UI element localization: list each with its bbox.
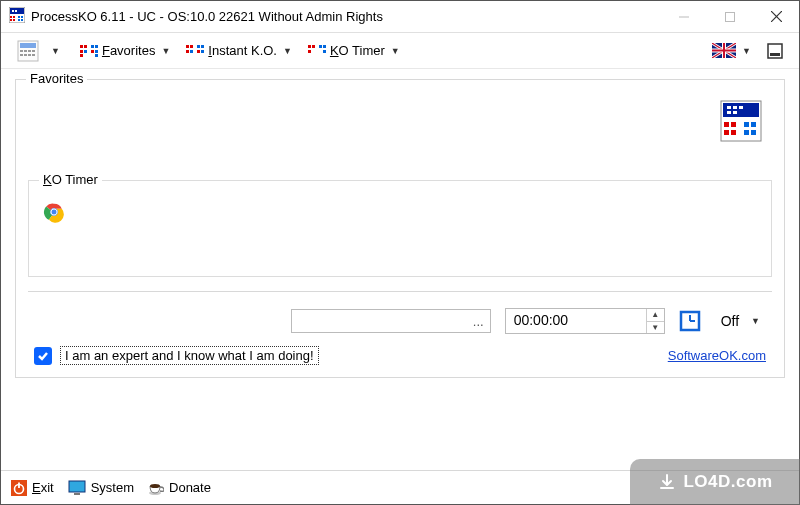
maximize-button[interactable]: [707, 1, 753, 33]
chrome-icon[interactable]: [43, 201, 761, 226]
svg-rect-4: [10, 16, 12, 18]
language-button[interactable]: ▼: [706, 39, 757, 62]
ko-icon: [308, 45, 326, 57]
exit-button[interactable]: Exit: [11, 480, 54, 496]
svg-rect-31: [84, 50, 87, 53]
svg-rect-35: [95, 54, 98, 57]
svg-rect-40: [186, 50, 189, 53]
app-icon: [9, 7, 25, 26]
svg-rect-18: [20, 50, 23, 52]
chevron-down-icon[interactable]: ▼: [51, 46, 60, 56]
svg-rect-6: [18, 16, 20, 18]
svg-rect-34: [80, 54, 83, 57]
svg-rect-25: [32, 54, 35, 56]
processko-large-icon[interactable]: [720, 100, 762, 145]
exit-label: Exit: [32, 480, 54, 495]
svg-rect-24: [28, 54, 31, 56]
svg-rect-41: [190, 50, 193, 53]
tray-icon: [767, 43, 783, 59]
svg-rect-20: [28, 50, 31, 52]
svg-rect-10: [18, 19, 20, 21]
tray-button[interactable]: [761, 39, 789, 63]
close-button[interactable]: [753, 1, 799, 33]
svg-rect-33: [95, 50, 98, 53]
clock-icon[interactable]: [679, 310, 701, 332]
svg-rect-68: [724, 130, 729, 135]
chevron-down-icon: ▼: [161, 46, 170, 56]
timer-controls: 00:00:00 ▲ ▼ Off ▼: [28, 308, 772, 334]
process-path-input[interactable]: [291, 309, 491, 333]
time-value[interactable]: 00:00:00: [506, 309, 646, 333]
coffee-icon: [148, 480, 164, 496]
svg-rect-5: [13, 16, 15, 18]
svg-rect-48: [308, 50, 311, 53]
power-icon: [11, 480, 27, 496]
download-icon: [657, 472, 677, 492]
ko-timer-menu[interactable]: KO Timer ▼: [302, 39, 406, 62]
svg-rect-54: [712, 50, 736, 52]
svg-rect-13: [726, 12, 735, 21]
main-menu-button[interactable]: [11, 36, 45, 66]
instant-ko-label: Instant K.O.: [208, 43, 277, 58]
svg-rect-9: [13, 19, 15, 21]
svg-rect-26: [80, 45, 83, 48]
svg-rect-28: [91, 45, 94, 48]
svg-rect-56: [770, 53, 780, 56]
minimize-button[interactable]: [661, 1, 707, 33]
svg-rect-19: [24, 50, 27, 52]
system-button[interactable]: System: [68, 480, 134, 496]
watermark: LO4D.com: [630, 459, 800, 505]
svg-rect-63: [733, 111, 737, 114]
svg-rect-37: [190, 45, 193, 48]
svg-point-74: [51, 209, 57, 215]
svg-rect-8: [10, 19, 12, 21]
svg-rect-71: [751, 130, 756, 135]
svg-rect-62: [727, 111, 731, 114]
window-title: ProcessKO 6.11 - UC - OS:10.0 22621 With…: [31, 9, 661, 24]
svg-rect-27: [84, 45, 87, 48]
ko-icon: [80, 45, 98, 57]
expert-checkbox[interactable]: [34, 347, 52, 365]
svg-rect-60: [733, 106, 737, 109]
svg-rect-44: [308, 45, 311, 48]
uk-flag-icon: [712, 43, 736, 58]
chevron-down-icon: ▼: [391, 46, 400, 56]
timer-state-dropdown[interactable]: Off ▼: [715, 311, 766, 331]
system-label: System: [91, 480, 134, 495]
spin-up-button[interactable]: ▲: [647, 309, 664, 322]
favorites-legend: Favorites: [26, 71, 87, 86]
svg-rect-36: [186, 45, 189, 48]
svg-rect-47: [323, 45, 326, 48]
svg-rect-39: [201, 45, 204, 48]
favorites-group: Favorites KO Timer: [15, 79, 785, 378]
timer-state-label: Off: [721, 313, 739, 329]
favorites-menu[interactable]: Favorites ▼: [74, 39, 176, 62]
instant-ko-menu[interactable]: Instant K.O. ▼: [180, 39, 298, 62]
svg-rect-58: [723, 103, 759, 117]
chevron-down-icon: ▼: [283, 46, 292, 56]
svg-rect-69: [731, 130, 736, 135]
expert-label[interactable]: I am an expert and I know what I am doin…: [60, 346, 319, 365]
app-window: ProcessKO 6.11 - UC - OS:10.0 22621 With…: [0, 0, 800, 505]
favorites-list: [28, 98, 772, 170]
svg-rect-2: [12, 10, 14, 12]
time-spinner[interactable]: 00:00:00 ▲ ▼: [505, 308, 665, 334]
ko-timer-legend: KO Timer: [39, 172, 102, 187]
softwareok-link[interactable]: SoftwareOK.com: [668, 348, 766, 363]
svg-rect-29: [95, 45, 98, 48]
svg-rect-7: [21, 16, 23, 18]
spin-down-button[interactable]: ▼: [647, 322, 664, 334]
svg-rect-43: [201, 50, 204, 53]
svg-rect-38: [197, 45, 200, 48]
svg-point-84: [150, 484, 160, 488]
svg-rect-64: [724, 122, 729, 127]
svg-rect-46: [319, 45, 322, 48]
svg-rect-22: [20, 54, 23, 56]
ko-icon: [186, 45, 204, 57]
separator: [28, 291, 772, 292]
donate-button[interactable]: Donate: [148, 480, 211, 496]
svg-rect-61: [739, 106, 743, 109]
titlebar: ProcessKO 6.11 - UC - OS:10.0 22621 With…: [1, 1, 799, 33]
content-area: Favorites KO Timer: [1, 69, 799, 470]
svg-rect-17: [20, 43, 36, 48]
